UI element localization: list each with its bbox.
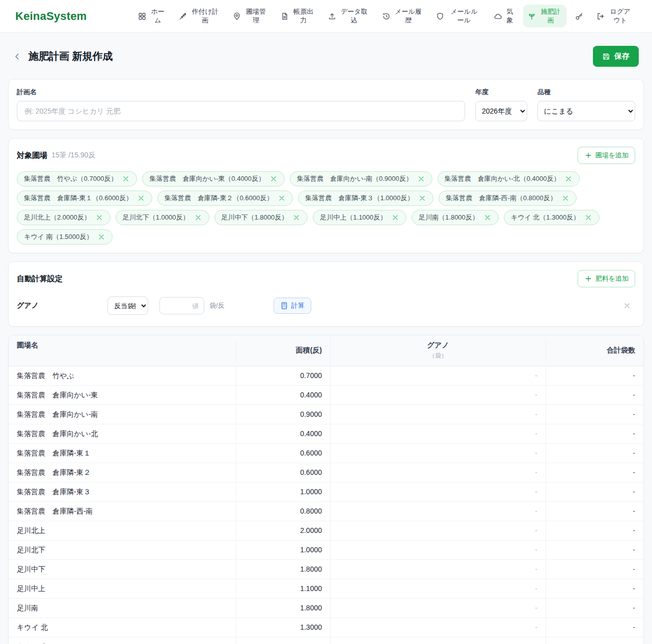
nav-item[interactable]: ホーム <box>133 5 170 28</box>
cell-area: 1.5000 <box>236 637 330 644</box>
cell-total-bags: - <box>546 560 643 579</box>
chip-remove-icon[interactable] <box>564 175 573 183</box>
nav-item[interactable]: 圃場管理 <box>228 5 271 28</box>
col-header-guano: グアノ （袋） <box>330 335 546 366</box>
nav-item[interactable]: 気象 <box>489 5 519 28</box>
chip-remove-icon[interactable] <box>137 194 145 202</box>
nav-item[interactable] <box>570 9 588 23</box>
chip-remove-icon[interactable] <box>292 213 301 222</box>
table-row: 集落営農 倉庫隣-東３ 1.0000 - - <box>9 482 643 502</box>
field-chip: 集落営農 倉庫隣-東２（0.6000反） <box>157 191 293 206</box>
nav-item[interactable]: 作付け計画 <box>174 5 224 28</box>
brand-logo[interactable]: KeinaSystem <box>15 10 87 23</box>
shield-icon <box>436 12 444 20</box>
cell-field-name: 集落営農 倉庫向かい-東 <box>9 386 236 405</box>
col-header-field: 圃場名 <box>9 335 236 366</box>
chip-remove-icon[interactable] <box>483 213 492 222</box>
save-button-label: 保存 <box>614 51 630 61</box>
variety-label: 品種 <box>537 88 635 97</box>
nav-item[interactable]: ログアウト <box>592 5 637 28</box>
nav-item[interactable]: メール履歴 <box>377 5 427 28</box>
page-header: 施肥計画 新規作成 保存 <box>8 33 644 79</box>
cell-guano-bags: - <box>330 405 546 424</box>
chip-remove-icon[interactable] <box>278 194 286 202</box>
nav-item[interactable]: 施肥計画 <box>523 5 566 28</box>
field-chip-label: 足川北下（1.0000反） <box>123 213 189 222</box>
table-row: 集落営農 倉庫隣-西-南 0.8000 - - <box>9 502 643 521</box>
table-row: 足川南 1.8000 - - <box>9 599 643 618</box>
table-row: 集落営農 倉庫向かい-北 0.4000 - - <box>9 424 643 444</box>
cell-guano-bags: - <box>330 502 546 521</box>
nav-item-label: 気象 <box>505 8 514 25</box>
nav-item-label: ログアウト <box>608 8 632 25</box>
chip-remove-icon[interactable] <box>418 194 426 202</box>
save-button[interactable]: 保存 <box>593 46 639 67</box>
plan-name-field-group: 計画名 <box>17 88 465 121</box>
field-chip: 足川南（1.8000反） <box>412 210 499 225</box>
back-button[interactable] <box>13 52 21 61</box>
grid-icon <box>138 12 146 20</box>
main-nav: ホーム 作付け計画 圃場管理 帳票出力 データ取込 メール履歴 メールルール 気… <box>133 5 637 28</box>
auto-calc-title: 自動計算設定 <box>17 274 63 284</box>
fertilizer-name: グアノ <box>17 301 107 310</box>
variety-select[interactable]: にこまる <box>537 101 635 121</box>
chip-remove-icon[interactable] <box>122 175 130 183</box>
col-header-area: 面積(反) <box>236 340 330 361</box>
x-icon <box>623 302 631 310</box>
remove-fertilizer-icon[interactable] <box>623 302 635 310</box>
add-field-button[interactable]: 圃場を追加 <box>578 147 635 164</box>
field-chip: 集落営農 竹やぶ（0.7000反） <box>17 171 137 186</box>
nav-item[interactable]: メールルール <box>431 5 485 28</box>
chip-remove-icon[interactable] <box>269 175 278 183</box>
nav-item[interactable]: データ取込 <box>323 5 373 28</box>
cell-area: 0.9000 <box>236 405 330 424</box>
history-icon <box>382 12 390 20</box>
field-chip: 集落営農 倉庫向かい-東（0.4000反） <box>142 171 285 186</box>
calc-unit-label: 袋/反 <box>209 301 225 310</box>
chip-remove-icon[interactable] <box>97 233 105 241</box>
chip-remove-icon[interactable] <box>561 194 569 202</box>
chip-remove-icon[interactable] <box>95 213 103 222</box>
nav-item-label: メールルール <box>448 8 480 25</box>
save-icon <box>602 52 610 61</box>
chevron-left-icon <box>13 52 21 61</box>
plus-icon <box>584 275 592 283</box>
cell-total-bags: - <box>546 502 643 521</box>
plan-form-card: 計画名 年度 2026年度 品種 にこまる <box>8 79 644 130</box>
cell-guano-bags: - <box>330 541 546 559</box>
field-chip-label: 集落営農 竹やぶ（0.7000反） <box>24 174 117 183</box>
cell-guano-bags: - <box>330 637 546 644</box>
calc-value-input[interactable] <box>159 297 204 314</box>
cell-guano-bags: - <box>330 444 546 463</box>
cell-total-bags: - <box>546 405 643 424</box>
field-chip: キウイ 南（1.5000反） <box>17 229 113 245</box>
cell-field-name: 集落営農 倉庫隣-西-南 <box>9 502 236 521</box>
calculate-button-label: 計算 <box>291 301 305 310</box>
cell-total-bags: - <box>546 444 643 463</box>
cell-guano-bags: - <box>330 482 546 501</box>
cell-total-bags: - <box>546 637 643 644</box>
nav-item-label: 施肥計画 <box>539 8 562 25</box>
field-chip: 集落営農 倉庫隣-東３（1.0000反） <box>298 191 433 206</box>
chip-remove-icon[interactable] <box>584 213 592 222</box>
calculate-button[interactable]: 計算 <box>274 298 311 314</box>
plan-name-input[interactable] <box>17 101 465 121</box>
cell-total-bags: - <box>546 579 643 598</box>
table-row: 足川北下 1.0000 - - <box>9 541 643 560</box>
calc-method-select[interactable]: 反当袋数 <box>107 297 148 315</box>
cell-total-bags: - <box>546 463 643 482</box>
chip-remove-icon[interactable] <box>417 175 425 183</box>
cell-total-bags: - <box>546 599 643 618</box>
chip-remove-icon[interactable] <box>194 213 202 222</box>
chip-remove-icon[interactable] <box>391 213 399 222</box>
field-chip: キウイ 北（1.3000反） <box>504 210 600 225</box>
year-field-group: 年度 2026年度 <box>475 88 527 121</box>
nav-item-label: ホーム <box>150 8 166 25</box>
field-chip: 集落営農 倉庫向かい-南（0.9000反） <box>290 171 432 186</box>
year-select[interactable]: 2026年度 <box>475 101 527 121</box>
add-fertilizer-button[interactable]: 肥料を追加 <box>578 270 635 287</box>
field-chip-label: 集落営農 倉庫隣-東１（0.6000反） <box>24 194 132 203</box>
table-row: キウイ 南 1.5000 - - <box>9 637 643 644</box>
field-chip-label: 集落営農 倉庫隣-東３（1.0000反） <box>305 194 414 203</box>
nav-item[interactable]: 帳票出力 <box>276 5 319 28</box>
